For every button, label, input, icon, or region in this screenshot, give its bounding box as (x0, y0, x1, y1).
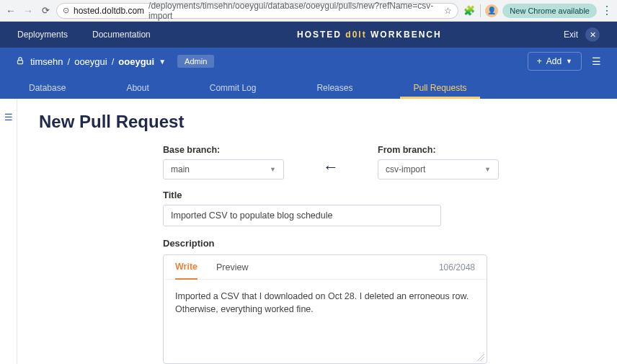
nav-deployments[interactable]: Deployments (17, 30, 68, 40)
desc-tab-write[interactable]: Write (175, 262, 197, 280)
crumb-owner[interactable]: timsehn (30, 56, 63, 67)
tab-pull-requests[interactable]: Pull Requests (400, 83, 479, 99)
site-info-icon[interactable]: ⊙ (63, 6, 69, 15)
crumb-database[interactable]: ooeygui (118, 56, 154, 67)
url-path: /deployments/timsehn/ooeygui/database/oo… (148, 1, 440, 21)
char-counter: 106/2048 (439, 262, 475, 272)
tab-releases[interactable]: Releases (303, 83, 365, 99)
page-title: New Pull Request (39, 112, 595, 132)
browser-toolbar: ← → ⟳ ⊙ hosted.doltdb.com/deployments/ti… (0, 0, 617, 22)
close-icon[interactable]: ✕ (585, 27, 600, 42)
description-tabs: Write Preview 106/2048 (164, 255, 487, 280)
tab-about[interactable]: About (113, 83, 161, 99)
description-textarea[interactable]: Imported a CSV that I downloaded on Oct … (164, 280, 487, 363)
top-navigation: Deployments Documentation HOSTED d0lt WO… (0, 22, 617, 48)
branch-selector-row: Base branch: main ▼ ← From branch: csv-i… (163, 145, 595, 179)
crumb-sep: / (68, 56, 71, 67)
base-branch-label: Base branch: (163, 145, 284, 155)
base-branch-select[interactable]: main ▼ (163, 159, 284, 179)
resize-handle-icon[interactable] (477, 354, 484, 361)
url-host: hosted.doltdb.com (74, 6, 144, 16)
address-bar[interactable]: ⊙ hosted.doltdb.com/deployments/timsehn/… (56, 3, 458, 19)
nav-documentation[interactable]: Documentation (92, 30, 151, 40)
chevron-down-icon: ▼ (484, 166, 491, 173)
title-label: Title (163, 190, 595, 200)
chevron-down-icon[interactable]: ▼ (159, 58, 166, 66)
extensions-icon[interactable]: 🧩 (463, 5, 476, 16)
from-branch-label: From branch: (378, 145, 499, 155)
brand-logo: HOSTED d0lt WORKBENCH (175, 30, 564, 40)
svg-rect-0 (18, 60, 23, 63)
tab-database[interactable]: Database (16, 83, 79, 99)
from-branch-select[interactable]: csv-import ▼ (378, 159, 499, 179)
main-area: ☰ New Pull Request Base branch: main ▼ ←… (0, 99, 617, 364)
description-box: Write Preview 106/2048 Imported a CSV th… (163, 254, 487, 364)
admin-badge: Admin (177, 55, 214, 68)
chevron-down-icon: ▼ (270, 166, 276, 173)
add-button[interactable]: + Add ▼ (528, 52, 582, 71)
tab-commit-log[interactable]: Commit Log (197, 83, 270, 99)
title-input[interactable] (163, 205, 441, 226)
plus-icon: + (537, 56, 542, 66)
lock-icon (16, 56, 25, 67)
divider (480, 4, 481, 17)
database-tabs: Database About Commit Log Releases Pull … (0, 75, 617, 99)
chrome-menu-icon[interactable]: ⋮ (601, 4, 613, 17)
content: New Pull Request Base branch: main ▼ ← F… (17, 99, 617, 364)
reload-icon[interactable]: ⟳ (39, 5, 52, 16)
sidebar-toggle-icon[interactable]: ☰ (4, 112, 13, 364)
bookmark-star-icon[interactable]: ☆ (444, 6, 452, 16)
exit-link[interactable]: Exit (564, 30, 578, 40)
menu-icon[interactable]: ☰ (592, 56, 601, 67)
chrome-update-badge[interactable]: New Chrome available (502, 4, 597, 18)
desc-tab-preview[interactable]: Preview (216, 262, 248, 272)
description-label: Description (163, 238, 595, 249)
back-icon[interactable]: ← (4, 5, 17, 17)
left-rail: ☰ (0, 99, 17, 364)
profile-avatar-icon[interactable]: 👤 (485, 4, 498, 17)
forward-icon[interactable]: → (22, 5, 35, 17)
chevron-down-icon: ▼ (566, 58, 572, 65)
crumb-deployment[interactable]: ooeygui (74, 56, 107, 67)
crumb-sep: / (112, 56, 115, 67)
breadcrumb-bar: timsehn / ooeygui / ooeygui ▼ Admin + Ad… (0, 48, 617, 75)
arrow-left-icon: ← (284, 158, 378, 177)
